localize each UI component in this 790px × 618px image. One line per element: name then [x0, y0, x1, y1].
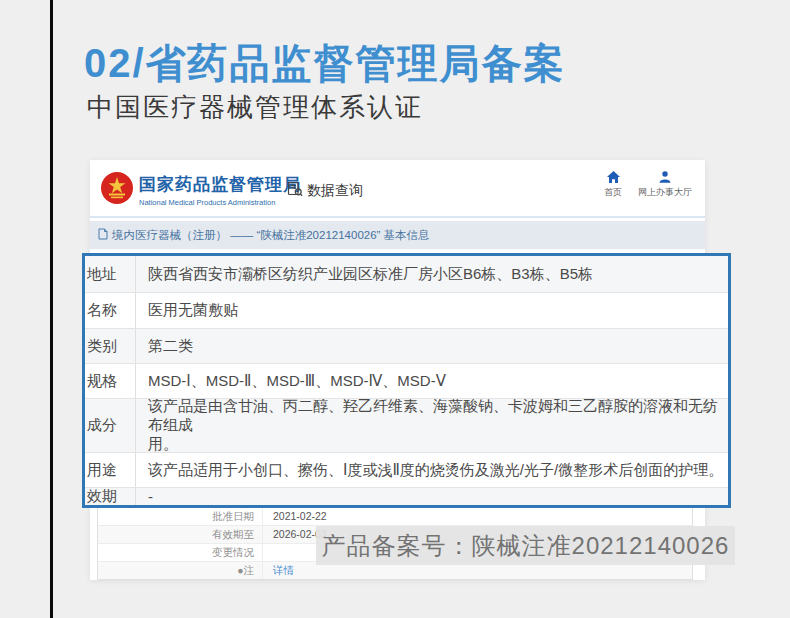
nav-home[interactable]: 首页: [593, 170, 633, 199]
nav-online-hall[interactable]: 网上办事大厅: [634, 170, 696, 199]
row-approval-date: 批准日期 2021-02-22: [98, 508, 692, 525]
left-accent-line: [50, 0, 53, 618]
site-brand-cn: 国家药品监督管理局: [139, 173, 301, 196]
site-header: 国家药品监督管理局 National Medical Products Admi…: [90, 160, 705, 218]
breadcrumb: 境内医疗器械（注册） —— “陕械注准20212140026” 基本信息: [90, 221, 705, 249]
detail-row-product-name: 名称 医用无菌敷贴: [85, 292, 728, 328]
document-icon: [98, 228, 108, 242]
detail-row-address: 地址 陕西省西安市灞桥区纺织产业园区标准厂房小区B6栋、B3栋、B5栋: [85, 256, 728, 292]
registration-number-badge: 产品备案号：陕械注准20212140026: [316, 526, 735, 565]
detail-row-category: 类别 第二类: [85, 328, 728, 363]
nav-online-hall-label: 网上办事大厅: [638, 187, 692, 197]
data-query-label: 数据查询: [307, 182, 363, 200]
person-icon: [658, 170, 672, 184]
site-logo[interactable]: 国家药品监督管理局 National Medical Products Admi…: [139, 173, 301, 207]
data-query-icon: [287, 181, 303, 200]
detail-row-intended-use: 用途 该产品适用于小创口、擦伤、Ⅰ度或浅Ⅱ度的烧烫伤及激光/光子/微整形术后创面…: [85, 452, 728, 487]
detail-row-composition: 成分 该产品是由含甘油、丙二醇、羟乙纤维素、海藻酸钠、卡波姆和三乙醇胺的溶液和无…: [85, 398, 728, 452]
detail-row-specs: 规格 MSD-Ⅰ、MSD-Ⅱ、MSD-Ⅲ、MSD-Ⅳ、MSD-Ⅴ: [85, 363, 728, 398]
nav-home-label: 首页: [604, 187, 622, 197]
breadcrumb-text: 境内医疗器械（注册） —— “陕械注准20212140026” 基本信息: [112, 228, 430, 243]
details-link[interactable]: 详情: [263, 562, 294, 579]
page-subtitle: 中国医疗器械管理体系认证: [87, 90, 423, 125]
national-emblem-icon: [100, 171, 134, 205]
detail-row-validity: 效期 -: [85, 487, 728, 505]
registration-detail-table: 地址 陕西省西安市灞桥区纺织产业园区标准厂房小区B6栋、B3栋、B5栋 名称 医…: [82, 253, 731, 508]
page-title: 02/省药品监督管理局备案: [84, 36, 566, 91]
home-icon: [606, 170, 621, 184]
site-brand-en: National Medical Products Administration: [139, 198, 301, 207]
data-query-menu[interactable]: 数据查询: [287, 181, 363, 200]
